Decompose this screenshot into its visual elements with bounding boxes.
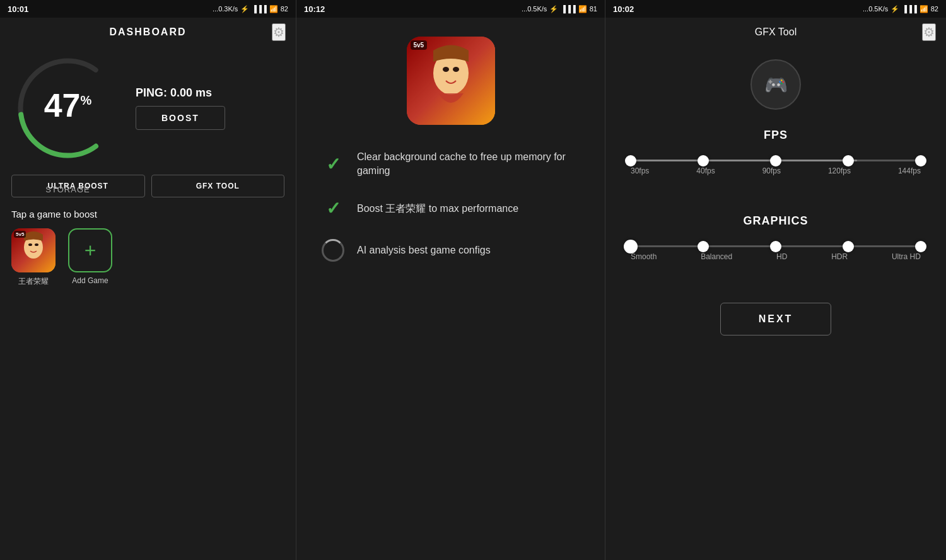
graphics-label-smooth: Smooth: [631, 252, 657, 261]
boost-feature-1: ✓ Clear background cache to free up memo…: [322, 150, 580, 178]
check-icon-1: ✓: [322, 153, 344, 175]
graphics-label-balanced: Balanced: [701, 252, 732, 261]
games-section: Tap a game to boost 5v5: [0, 202, 296, 293]
svg-point-9: [453, 67, 459, 72]
graphics-knob-hdr[interactable]: [843, 241, 854, 252]
gfx-tool-button[interactable]: GFX TOOL: [151, 175, 285, 197]
signal-icon-1: ▐▐▐: [252, 5, 266, 13]
feature-text-1: Clear background cache to free up memory…: [357, 150, 580, 178]
graphics-slider-labels: Smooth Balanced HD HDR Ultra HD: [631, 252, 921, 261]
check-icon-3: [322, 239, 344, 262]
wifi-icon-3: 📶: [920, 5, 928, 13]
boost-game-image: [407, 37, 495, 125]
fps-knob-120fps[interactable]: [843, 155, 854, 166]
feature-text-3: AI analysis best game configs: [357, 243, 491, 257]
gfx-settings-button[interactable]: ⚙: [922, 23, 936, 41]
svg-point-5: [35, 243, 38, 246]
gfx-title: GFX Tool: [755, 26, 797, 38]
fps-label-90: 90fps: [762, 166, 781, 175]
checkmark-1: ✓: [326, 154, 341, 175]
battery-2: 81: [590, 5, 597, 13]
wifi-icon-1: 📶: [269, 5, 278, 13]
graphics-label-hdr: HDR: [831, 252, 848, 261]
game-name-wangzhe: 王者荣耀: [18, 276, 49, 287]
network-speed-1: ...0.3K/s: [213, 5, 238, 13]
fps-knob-90fps[interactable]: [770, 155, 781, 166]
graphics-knob-balanced[interactable]: [698, 241, 709, 252]
time-1: 10:01: [8, 4, 28, 14]
battery-1: 82: [281, 5, 288, 13]
status-icons-1: ...0.3K/s ⚡ ▐▐▐ 📶 82: [213, 5, 288, 13]
network-speed-3: ...0.5K/s: [863, 5, 888, 13]
graphics-slider-container: Smooth Balanced HD HDR Ultra HD: [631, 239, 921, 280]
svg-point-8: [443, 67, 449, 72]
status-bar-1: 10:01 ...0.3K/s ⚡ ▐▐▐ 📶 82: [0, 0, 296, 18]
game-badge-wangzhe: 5v5: [14, 231, 26, 238]
gfx-header: GFX Tool ⚙: [605, 18, 946, 47]
add-game-box[interactable]: +: [68, 228, 112, 272]
add-game-label: Add Game: [72, 276, 108, 285]
game-icon-wangzhe: 5v5: [11, 228, 55, 272]
gfx-panel: 10:02 ...0.5K/s ⚡ ▐▐▐ 📶 82 GFX Tool ⚙ 🎮 …: [605, 0, 946, 560]
boost-panel: 10:12 ...0.5K/s ⚡ ▐▐▐ 📶 81 5v5: [296, 0, 605, 560]
fps-knob-30fps[interactable]: [625, 155, 636, 166]
gauge-percent: 47%: [44, 88, 92, 121]
checkmark-2: ✓: [326, 198, 341, 219]
bluetooth-icon-3: ⚡: [891, 5, 899, 13]
graphics-label-ultrahd: Ultra HD: [892, 252, 921, 261]
add-game-item[interactable]: + Add Game: [68, 228, 112, 285]
fps-slider-container: 30fps 40fps 90fps 120fps 144fps: [631, 153, 921, 194]
status-icons-2: ...0.5K/s ⚡ ▐▐▐ 📶 81: [522, 5, 597, 13]
boost-game-badge: 5v5: [411, 40, 428, 50]
games-list: 5v5: [11, 228, 284, 287]
time-2: 10:12: [304, 4, 325, 14]
dashboard-header: DASHBOARD ⚙: [0, 18, 296, 47]
dashboard-title: DASHBOARD: [110, 26, 187, 38]
bluetooth-icon-1: ⚡: [240, 5, 249, 13]
gauge-section: 47% STORAGE PING: 0.00 ms BOOST: [0, 47, 296, 170]
next-button[interactable]: NEXT: [720, 303, 832, 335]
boost-game-header: 5v5: [296, 18, 605, 137]
gauge-label: STORAGE: [13, 185, 123, 194]
fps-knob-144fps[interactable]: [915, 155, 926, 166]
wifi-icon-2: 📶: [578, 5, 587, 13]
fps-label-144: 144fps: [898, 166, 921, 175]
gfx-game-icon: 🎮: [750, 59, 801, 110]
fps-title: FPS: [631, 129, 921, 142]
loading-indicator: [322, 239, 344, 262]
fps-slider-fill: [631, 160, 857, 161]
fps-knob-40fps[interactable]: [698, 155, 709, 166]
graphics-knob-ultrahd[interactable]: [915, 241, 926, 252]
game-image-wangzhe: 5v5: [11, 228, 55, 272]
battery-3: 82: [931, 5, 938, 13]
status-icons-3: ...0.5K/s ⚡ ▐▐▐ 📶 82: [863, 5, 938, 13]
time-3: 10:02: [613, 4, 634, 14]
settings-button-1[interactable]: ⚙: [272, 23, 286, 41]
boost-button[interactable]: BOOST: [136, 106, 225, 130]
boost-game-icon: 5v5: [407, 37, 495, 125]
storage-gauge: 47% STORAGE: [13, 53, 123, 163]
graphics-knob-smooth[interactable]: [624, 240, 638, 254]
fps-slider-labels: 30fps 40fps 90fps 120fps 144fps: [631, 166, 921, 175]
boost-features: ✓ Clear background cache to free up memo…: [296, 137, 605, 274]
signal-icon-3: ▐▐▐: [902, 5, 916, 13]
games-section-label: Tap a game to boost: [11, 209, 284, 219]
boost-feature-2: ✓ Boost 王者荣耀 to max performance: [322, 197, 580, 220]
gauge-center: 47%: [44, 88, 92, 121]
network-speed-2: ...0.5K/s: [522, 5, 547, 13]
fps-section: FPS 30fps 40fps 90fps 120fps 144fps: [605, 119, 946, 204]
graphics-knob-hd[interactable]: [770, 241, 781, 252]
signal-icon-2: ▐▐▐: [561, 5, 575, 13]
gfx-game-icon-section: 🎮: [605, 47, 946, 119]
graphics-section: GRAPHICS Smooth Balanced HD HDR Ultra HD: [605, 204, 946, 290]
fps-label-120: 120fps: [828, 166, 851, 175]
dashboard-panel: 10:01 ...0.3K/s ⚡ ▐▐▐ 📶 82 DASHBOARD ⚙ 4…: [0, 0, 296, 560]
game-item-wangzhe[interactable]: 5v5: [11, 228, 55, 287]
svg-point-4: [28, 243, 32, 246]
feature-text-2: Boost 王者荣耀 to max performance: [357, 202, 518, 216]
graphics-label-hd: HD: [776, 252, 787, 261]
ping-section: PING: 0.00 ms BOOST: [136, 86, 225, 130]
fps-label-40: 40fps: [696, 166, 715, 175]
bluetooth-icon-2: ⚡: [549, 5, 558, 13]
status-bar-2: 10:12 ...0.5K/s ⚡ ▐▐▐ 📶 81: [296, 0, 605, 18]
